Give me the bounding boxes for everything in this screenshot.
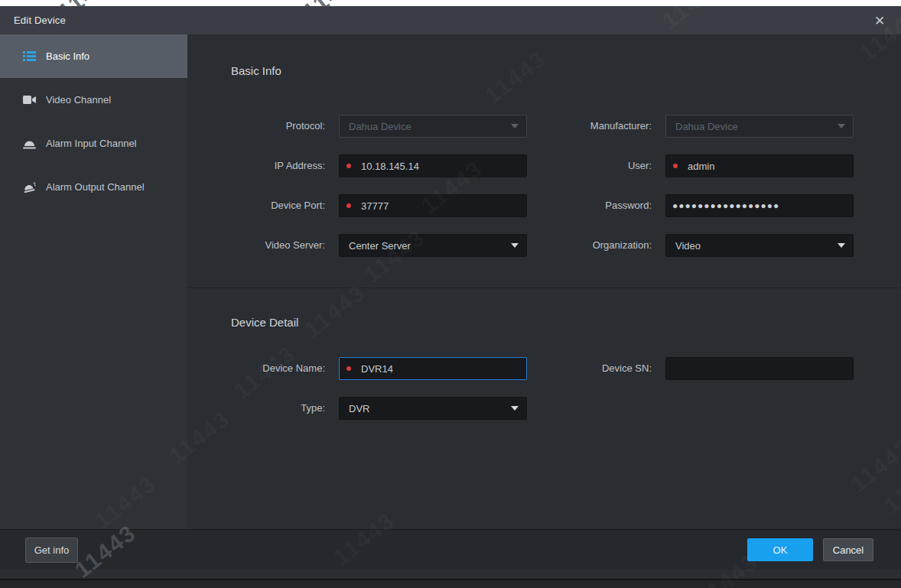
video-camera-icon <box>23 94 36 106</box>
user-field[interactable] <box>665 154 854 177</box>
manufacturer-label: Manufacturer: <box>527 115 665 138</box>
watermark: 11443 <box>53 0 124 6</box>
required-dot-icon <box>346 164 351 168</box>
sidebar-item-label: Basic Info <box>46 50 89 62</box>
device-detail-form: Device Name: Device SN: Type: DVR <box>187 357 901 420</box>
chevron-down-icon <box>838 124 845 128</box>
manufacturer-select: Dahua Device <box>665 115 854 138</box>
dialog-title: Edit Device <box>0 15 66 26</box>
device-name-field[interactable] <box>339 357 527 380</box>
type-label: Type: <box>187 397 339 420</box>
basic-info-form: Protocol: Dahua Device Manufacturer: Dah… <box>187 115 901 257</box>
device-sn-label: Device SN: <box>527 357 665 380</box>
device-name-label: Device Name: <box>187 357 339 380</box>
alarm-bell-ring-icon <box>23 181 36 193</box>
dialog-content: Basic Info Protocol: Dahua Device Manufa… <box>187 34 901 538</box>
basic-info-section-title: Basic Info <box>231 63 901 79</box>
sidebar-item-basic-info[interactable]: Basic Info <box>0 34 187 78</box>
chevron-down-icon <box>511 124 519 128</box>
ip-address-label: IP Address: <box>187 154 339 177</box>
required-dot-icon <box>346 203 351 208</box>
sidebar-item-label: Alarm Input Channel <box>46 138 137 149</box>
protocol-label: Protocol: <box>187 115 339 138</box>
device-port-label: Device Port: <box>187 194 339 217</box>
device-port-field[interactable] <box>339 194 527 217</box>
sidebar-item-label: Video Channel <box>46 94 111 106</box>
organization-label: Organization: <box>527 234 665 257</box>
section-divider <box>187 288 901 288</box>
chevron-down-icon <box>838 243 845 248</box>
device-detail-section-title: Device Detail <box>231 315 901 330</box>
required-dot-icon <box>346 366 351 371</box>
get-info-button[interactable]: Get info <box>25 538 78 563</box>
alarm-bell-icon <box>23 138 36 149</box>
edit-device-page: 11443 11443 Edit Device ✕ Basic Info <box>0 0 901 588</box>
cancel-button[interactable]: Cancel <box>823 538 873 561</box>
watermark: 11443 <box>298 0 369 6</box>
required-dot-icon <box>673 164 678 168</box>
chevron-down-icon <box>511 243 519 248</box>
edit-device-dialog: Edit Device ✕ Basic Info <box>0 6 901 579</box>
password-label: Password: <box>527 194 665 217</box>
dialog-titlebar: Edit Device ✕ <box>0 6 901 34</box>
sidebar-item-label: Alarm Output Channel <box>46 181 145 193</box>
page-background-strip: 11443 11443 <box>0 0 901 6</box>
password-field[interactable] <box>665 194 854 217</box>
device-sn-field[interactable] <box>665 357 854 380</box>
sidebar-item-alarm-input-channel[interactable]: Alarm Input Channel <box>0 122 187 165</box>
user-label: User: <box>527 154 665 177</box>
chevron-down-icon <box>511 406 519 411</box>
ip-address-field[interactable] <box>339 154 527 177</box>
sidebar-item-alarm-output-channel[interactable]: Alarm Output Channel <box>0 165 187 209</box>
protocol-select: Dahua Device <box>339 115 527 138</box>
video-server-label: Video Server: <box>187 234 339 257</box>
dialog-footer: Get info OK Cancel <box>0 529 901 570</box>
video-server-select[interactable]: Center Server <box>339 234 527 257</box>
sidebar-item-video-channel[interactable]: Video Channel <box>0 78 187 122</box>
type-select[interactable]: DVR <box>339 397 527 420</box>
list-icon <box>23 50 36 62</box>
sidebar: Basic Info Video Channel <box>0 34 187 538</box>
close-icon[interactable]: ✕ <box>866 9 893 32</box>
organization-select[interactable]: Video <box>665 234 854 257</box>
ok-button[interactable]: OK <box>747 538 813 561</box>
bottom-band <box>0 579 901 588</box>
